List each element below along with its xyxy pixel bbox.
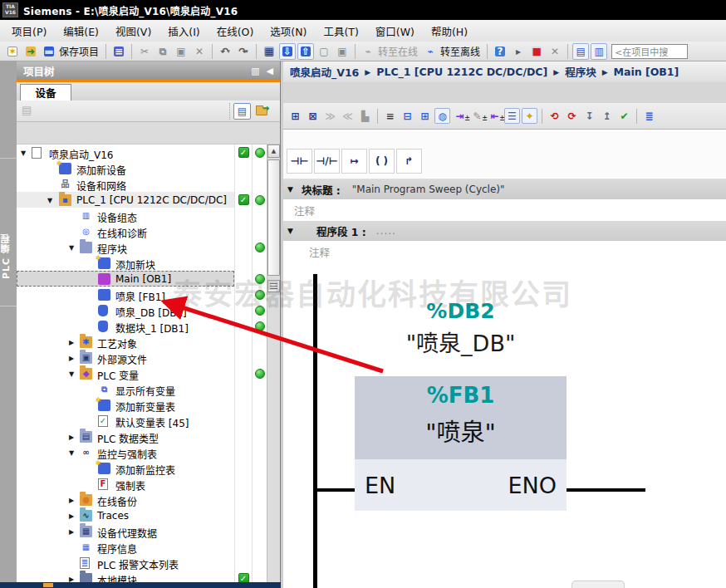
fb-number[interactable]: %FB1 [355, 383, 567, 408]
ladder-canvas[interactable]: %DB2 "喷泉_DB" %FB1 "喷泉" EN ENO [283, 262, 726, 588]
tree-row[interactable]: 添加新块 [17, 255, 267, 271]
print-icon[interactable]: ≡ [110, 43, 127, 60]
redo-icon[interactable]: ↷▾ [235, 43, 252, 60]
tree-row[interactable]: ▦程序信息 [17, 539, 267, 555]
paste-icon[interactable]: ▣ [173, 43, 189, 60]
tree-row-label-area[interactable]: ◎在线和诊断 [17, 223, 234, 239]
nc-contact-button[interactable]: ⊣/⊢ [314, 149, 340, 174]
breadcrumb-item[interactable]: 喷泉启动_V16 [290, 64, 359, 80]
menu-item[interactable]: 编辑(E) [55, 21, 107, 42]
details-view-icon[interactable]: ▤ [233, 103, 251, 120]
tree-row-label-area[interactable]: ▶▤PLC 数据类型 [17, 429, 234, 444]
open-folder-icon[interactable]: ➜ [254, 103, 272, 120]
tree-row-label-area[interactable]: 添加新设备 [17, 160, 234, 176]
absolute-symbolic-icon[interactable]: ≡ [382, 108, 398, 124]
open-project-icon[interactable]: ➜ [22, 43, 39, 60]
tree-row-label-area[interactable]: ▶▣外部源文件 [17, 350, 234, 365]
collapse-triangle-icon[interactable]: ▼ [287, 185, 293, 194]
tree-row-label-area[interactable]: 添加新监控表 [17, 460, 234, 476]
ff-open-branch-icon[interactable]: ⇥± [452, 108, 468, 124]
network-comments-icon[interactable]: ◍ [434, 108, 450, 124]
tree-row[interactable]: 喷泉_DB [DB2] [17, 302, 267, 318]
cut-icon[interactable]: ✂ [136, 43, 153, 60]
favorites-toggle-icon[interactable]: ✦ [522, 108, 537, 124]
load-configuration-icon[interactable]: ▦ [261, 43, 277, 60]
tree-row[interactable]: ≣PLC 报警文本列表 [17, 555, 267, 571]
menu-item[interactable]: 窗口(W) [367, 21, 423, 42]
next-error-icon[interactable]: ⟳ [564, 108, 580, 124]
expander-icon[interactable]: ▼ [21, 149, 26, 157]
go-offline-plug-icon[interactable]: ⌁ [422, 43, 439, 60]
expander-icon[interactable]: ▶ [69, 497, 74, 504]
menu-item[interactable]: 帮助(H) [423, 21, 476, 42]
tree-scrollbar[interactable]: ▲ [267, 145, 280, 583]
tree-row-label-area[interactable]: ▼喷泉启动_V16 [17, 145, 234, 160]
tree-row[interactable]: ▼程序块 [17, 239, 267, 255]
split-editor-vertical-icon[interactable]: ▥ [591, 43, 607, 60]
tree-row-label-area[interactable]: Main [OB1] [17, 271, 234, 287]
tree-row-label-area[interactable]: ▶✱工艺对象 [17, 334, 234, 350]
tree-row[interactable]: F强制表 [17, 476, 267, 492]
expander-icon[interactable]: ▶ [69, 339, 74, 346]
tree-row-label-area[interactable]: ▼∞监控与强制表 [17, 444, 234, 460]
tree-row[interactable]: ▼∞监控与强制表 [17, 444, 267, 460]
tree-row[interactable]: ▼▪PLC_1 [CPU 1212C DC/DC/DC]✓ [17, 192, 267, 208]
call-environment-icon[interactable]: ≣ [641, 108, 657, 124]
tree-row-label-area[interactable]: 喷泉_DB [DB2] [17, 302, 234, 318]
coil-button[interactable]: ( ) [369, 149, 395, 174]
breadcrumb-item[interactable]: Main [OB1] [614, 66, 679, 78]
menu-item[interactable]: 视图(V) [107, 21, 159, 42]
insert-network-icon[interactable]: ⊞ [287, 108, 303, 124]
new-project-icon[interactable]: ✶ [4, 43, 21, 60]
expander-icon[interactable]: ▼ [69, 370, 74, 378]
close-branch-button[interactable]: ↱ [396, 149, 422, 174]
tree-row-label-area[interactable]: 添加新变量表 [17, 397, 234, 413]
breadcrumb-item[interactable]: PLC_1 [CPU 1212C DC/DC/DC] [376, 66, 547, 78]
breadcrumb-item[interactable]: 程序块 [565, 64, 596, 80]
tree-row-label-area[interactable]: ▼程序块 [17, 239, 234, 255]
tree-row[interactable]: 喷泉 [FB1] [17, 287, 267, 302]
plc-programming-strip-label[interactable]: PLC 编程 [0, 194, 17, 319]
tree-settings-icon[interactable]: ▤ [22, 104, 32, 116]
collapse-panel-icon[interactable]: ◀ [267, 66, 273, 76]
sim-window-icon[interactable]: ■ [528, 43, 545, 60]
tree-row[interactable]: ▶▤PLC 数据类型 [17, 429, 267, 444]
menu-item[interactable]: 选项(N) [262, 21, 315, 42]
download-to-device-icon[interactable]: ⇩ [279, 43, 296, 60]
project-search-input[interactable] [611, 44, 688, 59]
tree-row-label-area[interactable]: F强制表 [17, 476, 234, 492]
block-title-value[interactable]: "Main Program Sweep (Cycle)" [352, 184, 505, 195]
expander-icon[interactable]: ▶ [69, 355, 74, 362]
scrollbar-grip[interactable] [267, 280, 280, 292]
scroll-up-button[interactable]: ▲ [267, 145, 280, 158]
tree-row-label-area[interactable]: ⧉显示所有变量 [17, 381, 234, 397]
open-branch-button[interactable]: ↦ [341, 149, 367, 174]
expander-icon[interactable]: ▶ [69, 434, 74, 441]
tree-row-label-area[interactable]: 喷泉 [FB1] [17, 287, 234, 302]
stop-cpu-rt-icon[interactable]: ▣ [334, 43, 351, 60]
go-online-plug-icon[interactable]: ⌁ [360, 43, 376, 60]
fb-name[interactable]: "喷泉" [355, 413, 567, 448]
tree-row[interactable]: 添加新变量表 [17, 397, 267, 413]
no-contact-button[interactable]: ⊣⊢ [287, 149, 312, 174]
tree-row[interactable]: Main [OB1] [17, 271, 267, 287]
menu-item[interactable]: 项目(P) [3, 21, 55, 42]
accessible-devices-icon[interactable]: ? [492, 43, 508, 60]
tree-row[interactable]: ▶▦设备代理数据 [17, 523, 267, 539]
save-project-icon[interactable]: ▬ [41, 43, 57, 60]
tree-row-label-area[interactable]: ≣PLC 报警文本列表 [17, 555, 234, 571]
network-comment-placeholder[interactable]: 注释 [309, 244, 330, 260]
tree-row[interactable]: ▶✱工艺对象 [17, 334, 267, 350]
instance-db-name[interactable]: "喷泉_DB" [355, 326, 567, 358]
tree-row-label-area[interactable]: ▥设备组态 [17, 208, 234, 223]
tree-row[interactable]: ✓默认变量表 [45] [17, 413, 267, 429]
tree-row-label-area[interactable]: 添加新块 [17, 255, 234, 271]
fb-call-block[interactable]: %FB1 "喷泉" EN ENO [355, 376, 567, 511]
block-comment-placeholder[interactable]: 注释 [294, 203, 315, 218]
save-project-label[interactable]: 保存项目 [59, 44, 99, 58]
tree-row[interactable]: ⧉显示所有变量 [17, 381, 267, 397]
indent-icon[interactable]: ≫ [322, 108, 338, 124]
block-title-band[interactable]: ▼ 块标题 : "Main Program Sweep (Cycle)" [283, 179, 726, 199]
menu-item[interactable]: 工具(T) [315, 21, 366, 42]
tree-row-label-area[interactable]: ✓默认变量表 [45] [17, 413, 234, 429]
